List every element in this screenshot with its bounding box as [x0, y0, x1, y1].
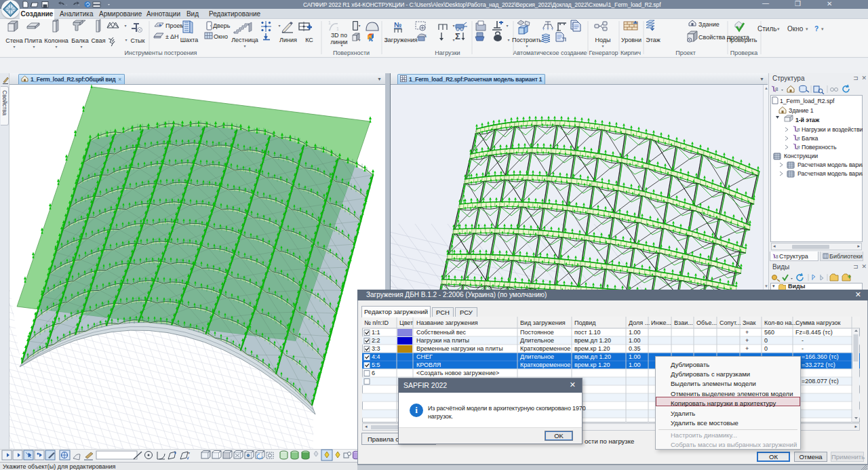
svg-text:Шахта: Шахта — [180, 37, 199, 43]
svg-text:Собственный вес: Собственный вес — [416, 329, 466, 336]
svg-text:Длительное: Длительное — [520, 353, 554, 360]
svg-text:▾: ▾ — [188, 451, 190, 455]
svg-text:Расчетная модель вариант 1-Б: Расчетная модель вариант 1-Б — [797, 170, 863, 177]
svg-text:4:4: 4:4 — [372, 353, 380, 360]
svg-text:Здание: Здание — [698, 21, 719, 28]
svg-text:3:3: 3:3 — [372, 345, 380, 352]
svg-text:5:5: 5:5 — [372, 361, 380, 368]
svg-text:№ п/п:ID: № п/п:ID — [364, 319, 389, 326]
svg-text:▾: ▾ — [55, 45, 57, 49]
svg-text:1_Ferm_load_R2.spf: 1_Ferm_load_R2.spf — [780, 98, 835, 104]
svg-text:Расчетная модель вариант 1: Расчетная модель вариант 1 — [797, 161, 863, 168]
svg-text:Линия: Линия — [279, 37, 297, 43]
svg-text:Fz=8.445 (тс): Fz=8.445 (тс) — [795, 329, 833, 336]
svg-text:Временные нагрузки на плиты: Временные нагрузки на плиты — [416, 345, 503, 352]
svg-text:8: 8 — [775, 86, 778, 92]
svg-text:Стык: Стык — [130, 37, 144, 44]
svg-text:<Создать новое загружение>: <Создать новое загружение> — [416, 370, 499, 376]
svg-text:Плита: Плита — [24, 37, 42, 44]
svg-text:▾: ▾ — [526, 44, 528, 48]
svg-text:врем.дл 1.20: врем.дл 1.20 — [574, 353, 611, 360]
svg-text:8: 8 — [797, 127, 800, 133]
svg-text:2:2: 2:2 — [372, 337, 380, 344]
svg-text:Объе...: Объе... — [696, 319, 717, 326]
svg-text:1.00: 1.00 — [629, 361, 641, 368]
svg-text:Взаи...: Взаи... — [674, 319, 693, 326]
svg-text:=166.360 (тс): =166.360 (тс) — [802, 353, 839, 360]
svg-text:1: 1 — [336, 26, 339, 31]
svg-text:Балка: Балка — [71, 37, 88, 44]
svg-text:Нагрузки и воздействия: Нагрузки и воздействия — [802, 126, 863, 133]
svg-text:1:1: 1:1 — [372, 329, 380, 336]
svg-text:Нагрузки на плиты: Нагрузки на плиты — [416, 337, 469, 344]
svg-text:▾: ▾ — [125, 38, 127, 42]
svg-text:Кратковременное: Кратковременное — [520, 345, 570, 352]
svg-text:▾: ▾ — [452, 24, 454, 28]
svg-text:Инже...: Инже... — [651, 319, 671, 326]
svg-text:Постоянное: Постоянное — [520, 329, 554, 336]
svg-text:Конструкции: Конструкции — [784, 153, 818, 159]
svg-text:Кол-во на...: Кол-во на... — [764, 319, 797, 326]
svg-text:± ΔН: ± ΔН — [165, 33, 178, 40]
svg-text:▾: ▾ — [601, 44, 604, 48]
svg-text:8: 8 — [776, 254, 778, 259]
svg-text:1-й этаж: 1-й этаж — [795, 117, 820, 123]
svg-text:▾: ▾ — [385, 38, 387, 42]
svg-text:Окно: Окно — [214, 33, 228, 40]
svg-text:Кирпич: Кирпич — [620, 50, 641, 56]
svg-text:Нагрузки: Нагрузки — [435, 50, 460, 56]
svg-text:-: - — [802, 345, 804, 352]
svg-text:Проверка: Проверка — [730, 50, 757, 56]
svg-text:=33.272 (тс): =33.272 (тс) — [802, 361, 835, 368]
svg-text:Цвет: Цвет — [399, 319, 413, 326]
svg-text:560: 560 — [764, 329, 774, 336]
svg-text:Название загружения: Название загружения — [416, 319, 478, 326]
svg-text:▾: ▾ — [80, 45, 82, 49]
svg-text:врем.кр 1.20: врем.кр 1.20 — [574, 345, 610, 352]
svg-text:▾: ▾ — [340, 43, 342, 47]
svg-text:▾: ▾ — [13, 45, 15, 49]
svg-text:Сумма нагрузок: Сумма нагрузок — [795, 319, 840, 326]
svg-text:-: - — [802, 337, 804, 344]
svg-text:врем.кр 1.20: врем.кр 1.20 — [574, 361, 610, 368]
svg-text:№: № — [394, 21, 401, 28]
svg-text:Свая: Свая — [91, 37, 105, 44]
svg-text:3D по: 3D по — [331, 32, 347, 39]
svg-text:Поверхности: Поверхности — [333, 50, 370, 56]
svg-text:СНЕГ: СНЕГ — [416, 353, 433, 360]
svg-text:Поверхность: Поверхность — [802, 144, 837, 151]
svg-text:▾: ▾ — [278, 24, 280, 28]
svg-text:▾: ▾ — [33, 45, 35, 49]
svg-text:1.00: 1.00 — [629, 329, 641, 336]
svg-text:Длительное: Длительное — [520, 337, 554, 344]
svg-text:Здание 1: Здание 1 — [789, 107, 814, 114]
svg-text:Лестница: Лестница — [231, 37, 258, 43]
svg-text:линии: линии — [330, 39, 347, 45]
svg-text:1.00: 1.00 — [629, 353, 641, 360]
svg-text:1.00: 1.00 — [629, 337, 641, 344]
svg-text:Сопут...: Сопут... — [719, 319, 741, 326]
svg-text:8: 8 — [797, 136, 800, 142]
svg-text:=208.077 (тс): =208.077 (тс) — [802, 378, 839, 385]
svg-text:Дверь: Дверь — [213, 22, 231, 29]
svg-text:Построить: Построить — [512, 37, 542, 43]
svg-text:Доля ...: Доля ... — [629, 319, 650, 326]
svg-text:Знак: Знак — [743, 319, 755, 326]
svg-text:врем.дл 1.20: врем.дл 1.20 — [574, 337, 611, 344]
svg-text:6: 6 — [372, 370, 375, 376]
svg-text:Балка: Балка — [802, 135, 818, 142]
svg-text:Σ: Σ — [455, 31, 460, 41]
svg-text:1: 1 — [425, 34, 427, 38]
svg-text:пост 1.10: пост 1.10 — [574, 329, 601, 336]
svg-text:8: 8 — [797, 144, 800, 151]
svg-text:1: 1 — [328, 20, 331, 25]
svg-text:Ноды: Ноды — [595, 37, 610, 43]
svg-text:Генератор: Генератор — [589, 50, 618, 56]
svg-text:+: + — [745, 329, 749, 336]
svg-text:0.35: 0.35 — [629, 345, 641, 352]
svg-text:▾: ▾ — [243, 44, 245, 48]
svg-text:Колонна: Колонна — [44, 37, 68, 44]
svg-text:Вид загружения: Вид загружения — [520, 319, 566, 326]
svg-text:Этаж: Этаж — [646, 37, 660, 43]
svg-text:Проем: Проем — [165, 22, 184, 29]
